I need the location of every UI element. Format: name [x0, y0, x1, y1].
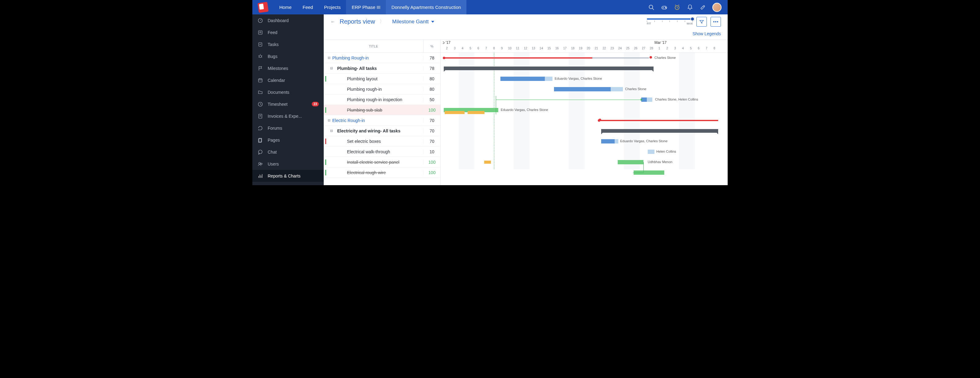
gantt-row[interactable]: Install electric service panel100 — [324, 157, 441, 167]
row-title: Plumbing- All tasks — [333, 66, 423, 71]
gantt-bar[interactable] — [468, 111, 485, 114]
day-label: 13 — [531, 46, 535, 50]
zoom-thumb[interactable] — [690, 17, 695, 21]
day-label: 23 — [610, 46, 614, 50]
chevron-right-icon: 〉 — [379, 18, 384, 25]
row-pct: 70 — [423, 118, 441, 123]
chevron-down-icon — [431, 21, 434, 23]
app-logo[interactable] — [252, 2, 274, 12]
gantt-bar[interactable] — [554, 87, 611, 91]
gantt-bar[interactable] — [618, 160, 643, 164]
tools-icon[interactable] — [700, 4, 706, 11]
gantt-left-header: TITLE % — [324, 40, 441, 53]
chat-icon — [257, 149, 263, 155]
toggle-icon[interactable]: ⊟ — [330, 129, 333, 133]
sidebar-item-timesheet[interactable]: Timesheet23 — [252, 98, 324, 110]
gantt-bar[interactable] — [601, 139, 615, 144]
gantt-bar[interactable] — [545, 77, 552, 81]
badge: 23 — [312, 102, 319, 106]
gantt-bar[interactable] — [648, 150, 654, 154]
status-indicator — [325, 107, 326, 113]
day-label: 3 — [454, 46, 456, 50]
sidebar-item-reports-charts[interactable]: Reports & Charts — [252, 170, 324, 182]
gantt-bar[interactable] — [615, 139, 618, 144]
day-label: 8 — [714, 46, 715, 50]
svg-point-45 — [717, 21, 718, 22]
toggle-icon[interactable]: ⊟ — [328, 118, 331, 122]
gantt-row[interactable]: Set electric boxes70 — [324, 136, 441, 147]
more-button[interactable] — [711, 17, 721, 27]
gantt-bar[interactable] — [444, 57, 592, 59]
sidebar-item-chat[interactable]: Chat — [252, 146, 324, 158]
filter-button[interactable] — [697, 17, 707, 27]
gantt-row[interactable]: Plumbing rough-in inspection50 — [324, 94, 441, 105]
svg-line-20 — [258, 56, 259, 56]
sidebar-item-feed[interactable]: Feed — [252, 26, 324, 38]
sidebar-item-forums[interactable]: Forums — [252, 122, 324, 134]
nav-erp[interactable]: ERP Phase III — [346, 0, 386, 14]
sidebar-item-tasks[interactable]: Tasks — [252, 38, 324, 50]
user-avatar[interactable] — [712, 3, 722, 12]
sidebar-item-users[interactable]: Users — [252, 158, 324, 170]
nav-projects[interactable]: Projects — [318, 0, 346, 14]
gantt-timeline[interactable]: ɔ '17 Mar '17 23456789101112131415161718… — [441, 40, 728, 185]
forum-icon — [257, 125, 263, 131]
gantt-row[interactable]: ⊟Plumbing- All tasks78 — [324, 63, 441, 73]
sidebar-item-documents[interactable]: Documents — [252, 86, 324, 98]
nav-feed[interactable]: Feed — [297, 0, 318, 14]
nav-right — [648, 3, 728, 12]
nav-home[interactable]: Home — [274, 0, 297, 14]
sidebar-item-dashboard[interactable]: Dashboard — [252, 14, 324, 26]
bar-label: Charles Stone, Helen Collins — [655, 97, 698, 101]
back-arrow-icon[interactable]: ← — [331, 19, 335, 24]
gantt-row[interactable]: Plumbing sub-slab100 — [324, 105, 441, 115]
bell-icon[interactable] — [687, 4, 694, 11]
gamepad-icon[interactable] — [661, 4, 668, 11]
users-icon — [257, 161, 263, 167]
gantt-row[interactable]: ⊟Electricity and wiring- All tasks70 — [324, 126, 441, 136]
sidebar-item-milestones[interactable]: Milestones — [252, 62, 324, 74]
day-label: 4 — [462, 46, 464, 50]
sidebar-item-pages[interactable]: Pages — [252, 134, 324, 146]
gantt-row[interactable]: Electrical rough-wire100 — [324, 167, 441, 178]
row-title: Plumbing rough-in inspection — [338, 97, 423, 102]
gantt-chart: TITLE % ⊟Plumbing Rough-in78⊟Plumbing- A… — [324, 40, 728, 185]
show-legends-link[interactable]: Show Legends — [692, 31, 721, 36]
gantt-bar[interactable] — [599, 120, 718, 121]
calendar-icon — [257, 77, 263, 83]
gantt-bar[interactable] — [647, 97, 652, 102]
row-title: Plumbing Rough-in — [331, 56, 423, 61]
zoom-controls: FITMAX — [647, 17, 721, 27]
view-selector[interactable]: Milestone Gantt — [392, 19, 434, 25]
alarm-icon[interactable] — [674, 4, 681, 11]
sidebar-item-invoices-expe-[interactable]: Invoices & Expe... — [252, 110, 324, 122]
gantt-row[interactable]: Plumbing rough-in80 — [324, 84, 441, 94]
gantt-bar[interactable] — [444, 67, 654, 70]
gantt-bar[interactable] — [611, 87, 623, 91]
breadcrumb-reports[interactable]: Reports view — [340, 18, 375, 25]
gantt-bar[interactable] — [445, 111, 465, 114]
gantt-row[interactable]: ⊟Plumbing Rough-in78 — [324, 53, 441, 63]
toggle-icon[interactable]: ⊟ — [330, 66, 333, 70]
bar-label: Charles Stone — [654, 56, 676, 59]
gantt-row[interactable]: Plumbing layout80 — [324, 73, 441, 84]
svg-line-21 — [261, 56, 262, 56]
gantt-row[interactable]: ⊟Electric Rough-in70 — [324, 115, 441, 126]
day-label: 27 — [642, 46, 645, 50]
gantt-row[interactable]: Electrical walk-through10 — [324, 147, 441, 157]
gantt-bar[interactable] — [592, 57, 649, 59]
sidebar-item-bugs[interactable]: Bugs — [252, 50, 324, 62]
zoom-slider[interactable]: FITMAX — [647, 18, 693, 25]
gantt-bar[interactable] — [601, 129, 718, 133]
gantt-bar[interactable] — [500, 77, 545, 81]
gantt-bar[interactable] — [484, 161, 491, 164]
nav-donnelly[interactable]: Donnelly Apartments Construction — [386, 0, 466, 14]
breadcrumb-bar: ← Reports view 〉 Milestone Gantt FITMAX — [324, 14, 728, 29]
day-label: 21 — [595, 46, 598, 50]
sidebar-item-label: Timesheet — [268, 102, 288, 107]
toggle-icon[interactable]: ⊟ — [328, 56, 331, 60]
search-icon[interactable] — [648, 4, 655, 11]
zoom-max-label: MAX — [687, 22, 693, 25]
sidebar-item-calendar[interactable]: Calendar — [252, 74, 324, 86]
day-label: 5 — [469, 46, 471, 50]
